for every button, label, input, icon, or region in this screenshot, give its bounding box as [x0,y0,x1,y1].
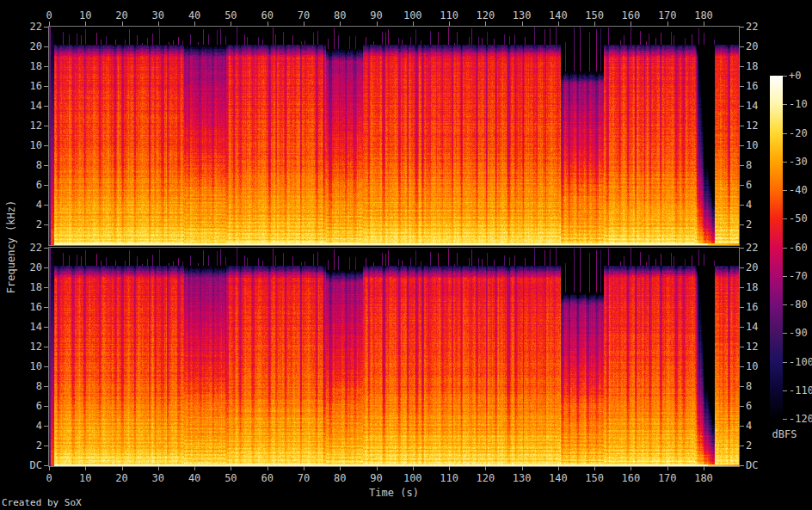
time-tick [594,466,595,470]
freq-tick [44,106,48,107]
time-tick-label: 30 [152,9,164,22]
colorbar-tick [783,304,787,305]
freq-tick-label: 2 [8,439,42,452]
colorbar-tick [783,362,787,363]
time-tick-label: 150 [585,472,604,484]
freq-tick-label: 6 [8,400,42,412]
freq-tick [740,445,744,446]
freq-tick [740,406,744,407]
time-tick [158,22,159,26]
time-tick-label: 180 [694,9,713,22]
time-tick [194,22,195,26]
colorbar-tick-label: -60 [789,242,808,254]
colorbar-tick [783,76,787,77]
sox-spectrogram-screen: 0010102020303040405050606070708080909010… [0,0,812,510]
time-tick-label: 120 [476,472,495,484]
freq-tick [740,426,744,427]
freq-tick-label: 20 [8,40,42,52]
time-tick [268,466,268,470]
time-tick-label: 20 [115,9,127,22]
time-tick-label: 30 [152,472,164,484]
freq-tick [44,224,48,225]
time-tick [194,466,195,470]
time-tick-label: 50 [225,472,237,484]
time-tick-label: 10 [79,472,91,484]
colorbar-tick-label: -50 [789,212,808,224]
freq-tick [44,445,48,446]
time-tick-label: 160 [622,9,641,22]
time-tick [85,466,86,470]
colorbar-tick-label: -70 [789,270,808,282]
colorbar-tick [783,390,787,391]
created-by-sox-credit: Created by SoX [2,497,82,508]
freq-tick [44,287,48,288]
time-tick-label: 100 [403,472,422,484]
time-tick-label: 40 [188,9,200,22]
time-tick-label: 50 [225,9,237,22]
time-tick [485,22,486,26]
freq-tick [44,185,48,186]
time-tick [268,22,268,26]
freq-tick [740,267,744,268]
time-tick-label: 20 [115,472,127,484]
time-tick [304,466,304,470]
freq-tick [44,165,48,166]
freq-tick [44,267,48,268]
time-tick-label: 160 [622,472,641,484]
time-tick [231,22,231,26]
freq-tick [44,46,48,47]
freq-tick [44,27,48,28]
colorbar-tick-label: -80 [789,298,808,310]
time-tick-label: 0 [46,9,52,22]
time-tick-label: 60 [261,472,273,484]
x-axis-title: Time (s) [369,487,419,499]
freq-tick [740,165,744,166]
freq-tick [44,327,48,328]
time-tick [704,466,704,470]
colorbar-tick-label: +0 [789,70,801,82]
freq-tick [740,224,744,225]
freq-tick-label: DC [8,459,42,471]
colorbar-tick-label: -100 [789,356,812,368]
spectrogram-plot-upper [48,26,740,246]
time-tick [413,22,414,26]
colorbar-tick [783,133,787,134]
time-tick-label: 90 [370,9,382,22]
time-tick-label: 170 [658,9,677,22]
freq-tick [740,66,744,67]
time-tick [49,22,50,26]
time-tick [522,466,523,470]
time-tick-label: 10 [79,9,91,22]
freq-tick [44,86,48,87]
freq-tick-label: 20 [746,40,784,52]
time-tick-label: 110 [440,9,458,22]
colorbar-tick-label: -90 [789,327,808,339]
y-axis-title: Frequency (kHz) [5,152,19,341]
freq-tick [740,287,744,288]
freq-tick [44,426,48,427]
time-tick-label: 80 [334,9,346,22]
colorbar-unit-label: dBFS [765,428,804,440]
freq-tick [740,46,744,47]
freq-tick [44,205,48,206]
freq-tick [740,106,744,107]
freq-tick [740,386,744,387]
colorbar-tick [783,276,787,277]
colorbar-tick [783,104,787,105]
freq-tick-label: 12 [8,341,42,353]
time-tick [304,22,304,26]
time-tick-label: 140 [549,472,568,484]
time-tick-label: 170 [658,472,677,484]
time-tick [340,22,341,26]
time-tick [631,22,631,26]
time-tick-label: 0 [46,472,52,484]
colorbar-tick-label: -40 [789,184,808,196]
time-tick [377,466,378,470]
time-tick [631,466,631,470]
freq-tick [44,366,48,367]
freq-tick-label: 18 [746,60,784,72]
freq-tick [740,205,744,206]
freq-tick-label: 4 [8,420,42,432]
freq-tick [44,406,48,407]
freq-tick-label: 8 [8,380,42,392]
